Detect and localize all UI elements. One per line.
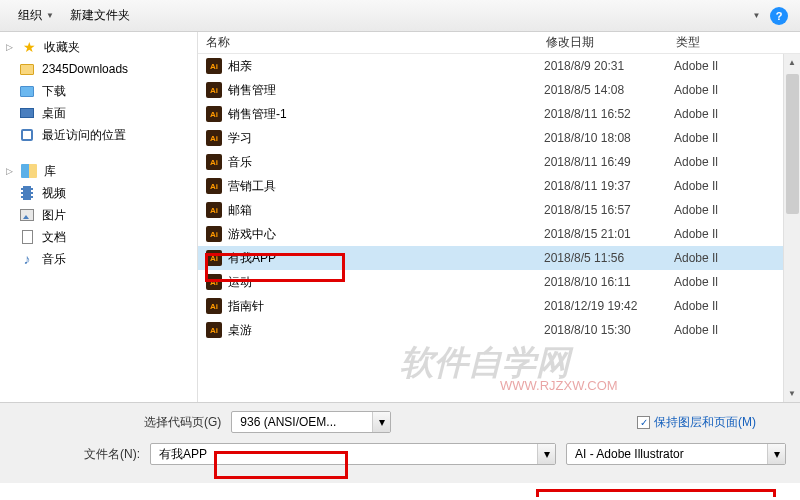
recent-icon xyxy=(18,127,36,143)
sidebar-documents[interactable]: 文档 xyxy=(0,226,197,248)
scroll-up-icon[interactable]: ▲ xyxy=(784,54,800,71)
file-row[interactable]: Ai桌游2018/8/10 15:30Adobe Il xyxy=(198,318,800,342)
documents-label: 文档 xyxy=(42,229,66,246)
file-name: 指南针 xyxy=(228,298,544,315)
file-row[interactable]: Ai学习2018/8/10 18:08Adobe Il xyxy=(198,126,800,150)
filetype-value: AI - Adobe Illustrator xyxy=(567,447,767,461)
preserve-layers-label: 保持图层和页面(M) xyxy=(654,414,756,431)
sidebar-music[interactable]: ♪ 音乐 xyxy=(0,248,197,270)
ai-file-icon: Ai xyxy=(206,106,222,122)
sidebar-recent[interactable]: 最近访问的位置 xyxy=(0,124,197,146)
file-row[interactable]: Ai销售管理2018/8/5 14:08Adobe Il xyxy=(198,78,800,102)
file-row[interactable]: Ai相亲2018/8/9 20:31Adobe Il xyxy=(198,54,800,78)
library-label: 库 xyxy=(44,163,56,180)
chevron-down-icon: ▾ xyxy=(767,444,785,464)
file-type: Adobe Il xyxy=(674,203,800,217)
library-icon xyxy=(20,163,38,179)
dialog-footer: 选择代码页(G) 936 (ANSI/OEM... ▾ ✓ 保持图层和页面(M)… xyxy=(0,402,800,483)
scroll-thumb[interactable] xyxy=(786,74,799,214)
video-icon xyxy=(18,185,36,201)
file-type: Adobe Il xyxy=(674,107,800,121)
sidebar-favorites[interactable]: ▷ ★ 收藏夹 xyxy=(0,36,197,58)
file-row[interactable]: Ai销售管理-12018/8/11 16:52Adobe Il xyxy=(198,102,800,126)
column-name[interactable]: 名称 xyxy=(198,34,538,51)
sidebar-desktop[interactable]: 桌面 xyxy=(0,102,197,124)
file-row[interactable]: Ai有我APP2018/8/5 11:56Adobe Il xyxy=(198,246,800,270)
file-date: 2018/8/5 14:08 xyxy=(544,83,674,97)
view-mode-button[interactable]: ▼ xyxy=(740,5,762,27)
file-list: 名称 修改日期 类型 Ai相亲2018/8/9 20:31Adobe IlAi销… xyxy=(198,32,800,402)
ai-file-icon: Ai xyxy=(206,58,222,74)
picture-icon xyxy=(18,207,36,223)
ai-file-icon: Ai xyxy=(206,274,222,290)
file-row[interactable]: Ai指南针2018/12/19 19:42Adobe Il xyxy=(198,294,800,318)
new-folder-button[interactable]: 新建文件夹 xyxy=(62,4,138,27)
column-date[interactable]: 修改日期 xyxy=(538,34,668,51)
document-icon xyxy=(18,229,36,245)
ai-file-icon: Ai xyxy=(206,130,222,146)
file-name: 邮箱 xyxy=(228,202,544,219)
file-date: 2018/8/11 16:49 xyxy=(544,155,674,169)
vertical-scrollbar[interactable]: ▲ ▼ xyxy=(783,54,800,402)
file-row[interactable]: Ai营销工具2018/8/11 19:37Adobe Il xyxy=(198,174,800,198)
ai-file-icon: Ai xyxy=(206,250,222,266)
file-type: Adobe Il xyxy=(674,59,800,73)
ai-file-icon: Ai xyxy=(206,154,222,170)
file-row[interactable]: Ai运动2018/8/10 16:11Adobe Il xyxy=(198,270,800,294)
sidebar-xiazai[interactable]: 下载 xyxy=(0,80,197,102)
sidebar-video[interactable]: 视频 xyxy=(0,182,197,204)
file-name: 相亲 xyxy=(228,58,544,75)
sidebar-library[interactable]: ▷ 库 xyxy=(0,160,197,182)
music-icon: ♪ xyxy=(18,251,36,267)
folder-icon xyxy=(18,83,36,99)
preserve-layers-checkbox[interactable]: ✓ 保持图层和页面(M) xyxy=(637,414,756,431)
help-button[interactable]: ? xyxy=(768,5,790,27)
filetype-combo[interactable]: AI - Adobe Illustrator ▾ xyxy=(566,443,786,465)
file-name: 销售管理 xyxy=(228,82,544,99)
filename-value: 有我APP xyxy=(151,446,537,463)
file-list-body[interactable]: Ai相亲2018/8/9 20:31Adobe IlAi销售管理2018/8/5… xyxy=(198,54,800,342)
file-row[interactable]: Ai邮箱2018/8/15 16:57Adobe Il xyxy=(198,198,800,222)
filename-label: 文件名(N): xyxy=(84,446,140,463)
filename-input[interactable]: 有我APP ▾ xyxy=(150,443,556,465)
file-name: 桌游 xyxy=(228,322,544,339)
ai-file-icon: Ai xyxy=(206,202,222,218)
recent-label: 最近访问的位置 xyxy=(42,127,126,144)
file-row[interactable]: Ai游戏中心2018/8/15 21:01Adobe Il xyxy=(198,222,800,246)
file-name: 营销工具 xyxy=(228,178,544,195)
ai-file-icon: Ai xyxy=(206,298,222,314)
file-name: 学习 xyxy=(228,130,544,147)
scroll-down-icon[interactable]: ▼ xyxy=(784,385,800,402)
file-row[interactable]: Ai音乐2018/8/11 16:49Adobe Il xyxy=(198,150,800,174)
codepage-value: 936 (ANSI/OEM... xyxy=(232,415,372,429)
ai-file-icon: Ai xyxy=(206,82,222,98)
codepage-label: 选择代码页(G) xyxy=(144,414,221,431)
file-type: Adobe Il xyxy=(674,227,800,241)
desktop-icon xyxy=(18,105,36,121)
favorites-label: 收藏夹 xyxy=(44,39,80,56)
video-label: 视频 xyxy=(42,185,66,202)
file-date: 2018/8/10 15:30 xyxy=(544,323,674,337)
chevron-down-icon: ▾ xyxy=(537,444,555,464)
organize-button[interactable]: 组织 ▼ xyxy=(10,4,62,27)
chevron-down-icon: ▾ xyxy=(372,412,390,432)
file-date: 2018/8/11 19:37 xyxy=(544,179,674,193)
file-date: 2018/8/10 16:11 xyxy=(544,275,674,289)
file-date: 2018/12/19 19:42 xyxy=(544,299,674,313)
toolbar: 组织 ▼ 新建文件夹 ▼ ? xyxy=(0,0,800,32)
downloads-label: 2345Downloads xyxy=(42,62,128,76)
new-folder-label: 新建文件夹 xyxy=(70,7,130,24)
file-date: 2018/8/10 18:08 xyxy=(544,131,674,145)
file-type: Adobe Il xyxy=(674,323,800,337)
file-type: Adobe Il xyxy=(674,275,800,289)
column-type[interactable]: 类型 xyxy=(668,34,800,51)
file-type: Adobe Il xyxy=(674,131,800,145)
sidebar-downloads[interactable]: 2345Downloads xyxy=(0,58,197,80)
sidebar-pictures[interactable]: 图片 xyxy=(0,204,197,226)
file-date: 2018/8/5 11:56 xyxy=(544,251,674,265)
chevron-down-icon: ▼ xyxy=(753,11,761,20)
folder-icon xyxy=(18,61,36,77)
star-icon: ★ xyxy=(20,39,38,55)
file-type: Adobe Il xyxy=(674,299,800,313)
codepage-combo[interactable]: 936 (ANSI/OEM... ▾ xyxy=(231,411,391,433)
